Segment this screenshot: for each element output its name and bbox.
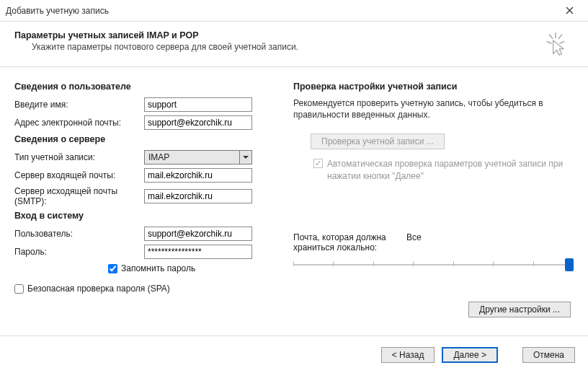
password-input[interactable]	[144, 245, 252, 259]
close-icon	[566, 6, 574, 14]
more-settings-button[interactable]: Другие настройки ...	[468, 302, 571, 317]
slider-value: Все	[406, 232, 422, 253]
cursor-click-icon	[543, 32, 568, 56]
cancel-button[interactable]: Отмена	[522, 347, 575, 363]
user-info-heading: Сведения о пользователе	[14, 82, 277, 92]
outgoing-input[interactable]	[144, 189, 252, 203]
outgoing-label: Сервер исходящей почты (SMTP):	[14, 186, 144, 206]
test-heading: Проверка настройки учетной записи	[293, 82, 574, 92]
name-label: Введите имя:	[14, 100, 144, 110]
user-label: Пользователь:	[14, 229, 144, 239]
test-description: Рекомендуется проверить учетную запись, …	[293, 97, 574, 120]
spa-checkbox[interactable]	[14, 284, 24, 294]
auto-test-checkbox: ✓	[313, 159, 323, 168]
svg-line-4	[558, 35, 561, 38]
slider-thumb[interactable]	[565, 258, 574, 271]
incoming-input[interactable]	[144, 168, 252, 183]
email-label: Адрес электронной почты:	[14, 118, 144, 128]
auto-test-label: Автоматическая проверка параметров учетн…	[327, 158, 574, 181]
slider-ticks	[293, 261, 574, 266]
page-title: Параметры учетных записей IMAP и POP	[14, 30, 543, 40]
server-info-heading: Сведения о сервере	[14, 134, 277, 144]
password-label: Пароль:	[14, 247, 144, 257]
remember-password-checkbox[interactable]	[108, 264, 117, 273]
account-type-dropdown-button[interactable]	[239, 150, 252, 164]
chevron-down-icon	[243, 156, 249, 159]
svg-line-3	[550, 35, 553, 38]
account-type-label: Тип учетной записи:	[14, 152, 144, 162]
page-subtitle: Укажите параметры почтового сервера для …	[14, 42, 543, 52]
slider-title: Почта, которая должна храниться локально…	[293, 232, 398, 253]
account-type-value: IMAP	[144, 150, 239, 164]
check-icon: ✓	[315, 159, 321, 167]
test-account-button: Проверка учетной записи ...	[311, 133, 445, 149]
account-type-select[interactable]: IMAP	[144, 150, 252, 164]
remember-password-label: Запомнить пароль	[121, 263, 195, 273]
spa-label: Безопасная проверка пароля (SPA)	[27, 284, 170, 294]
svg-line-1	[547, 42, 551, 44]
login-heading: Вход в систему	[14, 211, 277, 221]
window-title: Добавить учетную запись	[6, 6, 556, 16]
name-input[interactable]	[144, 97, 252, 112]
back-button[interactable]: < Назад	[381, 347, 435, 363]
mail-offline-slider[interactable]	[293, 258, 574, 273]
close-button[interactable]	[556, 1, 582, 21]
user-input[interactable]	[144, 227, 252, 241]
incoming-label: Сервер входящей почты:	[14, 170, 144, 180]
email-input[interactable]	[144, 115, 252, 130]
svg-line-2	[560, 42, 564, 44]
next-button[interactable]: Далее >	[442, 347, 498, 363]
